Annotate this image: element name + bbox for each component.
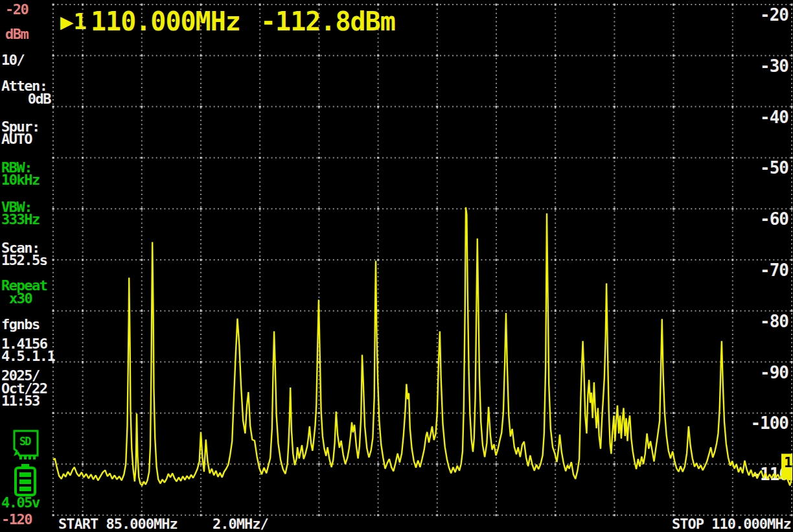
- atten-value[interactable]: 0dB: [0, 93, 51, 105]
- plot-area[interactable]: -20-30-40-50-60-70-80-90-100-1101: [0, 0, 793, 532]
- marker-frequency-readout: 110.000MHz: [91, 6, 240, 36]
- marker-level-readout: -112.8dBm: [260, 6, 395, 36]
- y-axis-tick-label: -80: [760, 312, 788, 331]
- marker-1-flag[interactable]: 1: [781, 454, 792, 480]
- y-axis-tick-label: -70: [760, 260, 788, 280]
- time-label: 11:53: [1, 395, 40, 407]
- battery-voltage-label: 4.05v: [1, 496, 40, 509]
- grid-intersection-marks: [52, 4, 793, 516]
- y-axis-tick-label: -40: [760, 108, 788, 127]
- y-axis-tick-label: -60: [760, 209, 788, 229]
- ref-unit-label: dBm: [5, 28, 28, 40]
- spur-value[interactable]: AUTO: [1, 133, 32, 145]
- repeat-value[interactable]: x30: [9, 292, 32, 305]
- y-axis-tick-label: -30: [760, 56, 788, 76]
- scale-per-div-label[interactable]: 10/: [1, 54, 24, 66]
- bottom-ref-level-label[interactable]: -120: [1, 513, 32, 526]
- ref-level-label[interactable]: -20: [5, 3, 28, 16]
- frequency-per-div-label[interactable]: 2.0MHz/: [213, 516, 268, 532]
- battery-icon: [14, 464, 38, 496]
- grid: [53, 5, 792, 515]
- marker-flag-number: 1: [784, 454, 792, 470]
- mode-flags-label: fgnbs: [1, 318, 40, 330]
- y-axis-tick-label: -20: [760, 5, 788, 25]
- stop-frequency-label[interactable]: STOP 110.000MHz: [672, 516, 791, 532]
- marker-id-flag[interactable]: ▶1: [60, 8, 87, 34]
- y-axis-tick-label: -50: [760, 158, 788, 178]
- rbw-value[interactable]: 10kHz: [1, 174, 40, 186]
- firmware-version-line2: 4.5.1.1: [1, 350, 54, 362]
- start-frequency-label[interactable]: START 85.000MHz: [58, 516, 178, 532]
- svg-text:SD: SD: [19, 435, 31, 448]
- vbw-value[interactable]: 333Hz: [1, 213, 40, 226]
- sd-card-icon: SD: [10, 430, 41, 462]
- y-axis-labels: -20-30-40-50-60-70-80-90-100-110: [750, 5, 788, 484]
- scan-time-value: 152.5s: [1, 254, 47, 266]
- y-axis-tick-label: -100: [750, 413, 788, 433]
- spectrum-trace[interactable]: [53, 207, 792, 486]
- spectrum-analyzer-screen: -20-30-40-50-60-70-80-90-100-1101 ▶1 110…: [0, 0, 793, 532]
- y-axis-tick-label: -90: [760, 363, 788, 382]
